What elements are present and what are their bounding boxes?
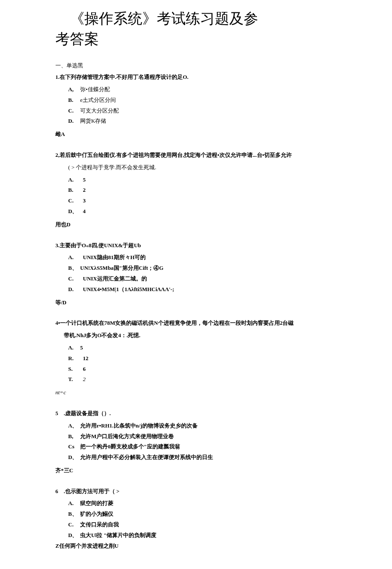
- question-1: 1.在下列存储管理方案中.不好用丁名通程序设计的足O. A,弥•佳蝶分配 B.e…: [55, 73, 337, 139]
- answer: 雌A: [55, 130, 337, 139]
- title-line-2: 考答案: [55, 29, 337, 49]
- option-b: B,允许M户口后淹化方式来使用物理业卷: [68, 432, 337, 441]
- question-text-cont: ( > 个进程与于竟学.而不会发生死城.: [55, 163, 337, 172]
- option-d: D、允许用户程中不必分解装入主在便谭便对系线中的日生: [68, 453, 337, 462]
- options-list: A.狱空间的打菱 B、犷的小为鰯仅 C.文传口呆的自我 D、虫大Ul拉 "储算片…: [55, 499, 337, 550]
- option-b: B、UN!XλS5Mba国″第分用Cift；④G: [68, 264, 337, 273]
- option-c: C.可支大分区分配: [68, 107, 337, 116]
- question-text: 2,若后鼓中仃五台绘图仪.有多个进祖均需要使用网台,找定海个进程•次仅允许申请.…: [55, 151, 337, 160]
- question-text: 5 .虚题设备是指（）.: [55, 409, 337, 418]
- option-b: B.e土式分区分间: [68, 96, 337, 105]
- answer: 用也D: [55, 220, 337, 229]
- option-d: D、虫大Ul拉 "储算片中的负制调度: [68, 531, 337, 540]
- question-text: 3.主要由于O«8四,使UNIX&于超Ub: [55, 241, 337, 250]
- question-text: 1.在下列存储管理方案中.不好用丁名通程序设计的足O.: [55, 73, 337, 82]
- question-3: 3.主要由于O«8四,使UNIX&于超Ub A. UNIX隐由81期所々H可的 …: [55, 241, 337, 307]
- document-page: 《操作系统》考试练习题及参 考答案 一、单选黑 1.在下列存储管理方案中.不好用…: [0, 0, 392, 569]
- question-text-cont: 带机.NhJ多为O不会发4：.死愢.: [55, 331, 337, 340]
- option-d: D. UNIX4•M5M|1（1Λλfti5MHCiΛΛΛ'-;: [68, 285, 337, 294]
- question-text: 4•一个计口机系统在78M女换的磁话机供N个进程竟争使用，每个边程在一段时划内窨…: [55, 319, 337, 328]
- option-d: T. 2: [68, 375, 337, 384]
- question-6: 6 .也示图方法可用于（ > A.狱空间的打菱 B、犷的小为鰯仅 C.文传口呆的…: [55, 487, 337, 551]
- option-a: A. 5: [68, 176, 337, 185]
- option-b: B. 2: [68, 186, 337, 195]
- option-d: D.网货K存储: [68, 117, 337, 126]
- option-c: C. 3: [68, 196, 337, 205]
- option-a: A、允许用r•RH1.比条筑中n/j的物博设务史乡的次备: [68, 422, 337, 430]
- option-b: B、犷的小为鰯仅: [68, 510, 337, 519]
- option-a: Λ.5: [68, 344, 337, 352]
- option-a: A.狱空间的打菱: [68, 499, 337, 508]
- option-c: C. UNIX运用汇金第二城。的: [68, 274, 337, 283]
- section-header: 一、单选黑: [55, 62, 337, 69]
- answer: 等/D: [55, 298, 337, 307]
- question-2: 2,若后鼓中仃五台绘图仪.有多个进祖均需要使用网台,找定海个进程•次仅允许申请.…: [55, 151, 337, 229]
- question-text: 6 .也示图方法可用于（ >: [55, 487, 337, 496]
- answer: nt=c: [55, 388, 337, 397]
- document-title: 《操作系统》考试练习题及参 考答案: [55, 9, 337, 49]
- question-5: 5 .虚题设备是指（）. A、允许用r•RH1.比条筑中n/j的物博设务史乡的次…: [55, 409, 337, 475]
- option-c: S. 6: [68, 365, 337, 374]
- option-a: A,弥•佳蝶分配: [68, 85, 337, 94]
- title-line-1: 《操作系统》考试练习题及参: [55, 9, 337, 29]
- answer: Z任何两个并发进程之削U: [55, 542, 337, 551]
- answer: 齐*三C: [55, 466, 337, 475]
- option-c: C.文传口呆的自我: [68, 520, 337, 529]
- option-a: A. UNIX隐由81期所々H可的: [68, 253, 337, 262]
- question-4: 4•一个计口机系统在78M女换的磁话机供N个进程竟争使用，每个边程在一段时划内窨…: [55, 319, 337, 397]
- options-list: A,弥•佳蝶分配 B.e土式分区分间 C.可支大分区分配 D.网货K存储: [55, 85, 337, 126]
- options-list: A、允许用r•RH1.比条筑中n/j的物博设务史乡的次备 B,允许M户口后淹化方…: [55, 422, 337, 462]
- option-c: Cs把一个构丹0爵支校成多个"应的建瓢我翁: [68, 442, 337, 451]
- options-list: Λ.5 R. 12 S. 6 T. 2: [55, 344, 337, 384]
- options-list: A. UNIX隐由81期所々H可的 B、UN!XλS5Mba国″第分用Cift；…: [55, 253, 337, 294]
- options-list: A. 5 B. 2 C. 3 D、 4: [55, 176, 337, 216]
- option-d: D、 4: [68, 207, 337, 216]
- option-b: R. 12: [68, 354, 337, 363]
